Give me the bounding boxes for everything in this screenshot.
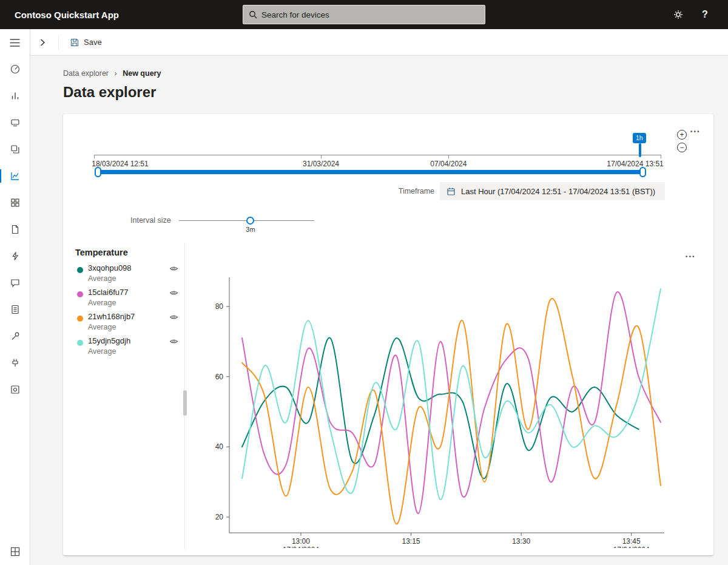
grid-icon [10, 197, 21, 208]
interval-size-value: 3m [243, 226, 258, 233]
legend-item: 3xqohpu098 Average [75, 262, 180, 286]
legend-metric: Average [88, 274, 116, 283]
series-color-dot [77, 316, 83, 322]
save-button[interactable]: Save [62, 29, 109, 56]
timeline: 18/03/2024 12:51 31/03/2024 07/04/2024 1… [94, 114, 661, 181]
sidebar-item-integrations[interactable] [0, 350, 30, 376]
timeframe-picker[interactable]: Last Hour (17/04/2024 12:51 - 17/04/2024… [440, 182, 665, 200]
more-icon: ••• [686, 254, 696, 260]
legend-device-name: 21wh168njb7 [88, 312, 135, 321]
legend-item: 15ydjn5gdjh Average [75, 335, 180, 359]
toggle-visibility-button[interactable] [169, 337, 178, 347]
svg-text:13:30: 13:30 [512, 537, 530, 546]
search-placeholder: Search for devices [261, 10, 329, 19]
plus-icon: + [679, 131, 684, 138]
devices-icon [10, 117, 21, 128]
chat-icon [10, 277, 21, 288]
legend-device-name: 3xqohpu098 [88, 263, 132, 272]
help-button[interactable]: ? [692, 0, 718, 29]
svg-text:20: 20 [215, 513, 224, 521]
device-search-input[interactable]: Search for devices [243, 5, 485, 24]
sidebar-item-application[interactable] [0, 376, 30, 403]
sidebar-item-messages[interactable] [0, 269, 30, 296]
toggle-visibility-button[interactable] [169, 313, 178, 322]
timeframe-value: Last Hour (17/04/2024 12:51 - 17/04/2024… [461, 187, 655, 196]
command-bar: Save [30, 29, 728, 56]
sidebar-item-forms[interactable] [0, 216, 30, 243]
calendar-icon [447, 187, 456, 196]
box-gear-icon [10, 384, 21, 395]
timeline-tick [321, 155, 322, 158]
expand-nav-button[interactable] [30, 29, 55, 56]
page-title: Data explorer [63, 84, 156, 101]
interval-slider-handle[interactable] [246, 217, 254, 225]
file-icon [10, 224, 21, 235]
breadcrumb-separator-icon: › [115, 69, 117, 78]
eye-icon [169, 289, 178, 296]
bar-chart-icon [10, 90, 21, 101]
legend-metric: Average [88, 347, 116, 356]
sidebar-item-audit-log[interactable] [0, 296, 30, 323]
timeline-tick [448, 155, 449, 158]
settings-button[interactable] [665, 0, 692, 29]
main-content: Data explorer › New query Data explorer … [30, 56, 728, 565]
eye-icon [169, 338, 178, 345]
sidebar-item-devices[interactable] [0, 109, 30, 136]
timeline-tick [661, 155, 661, 158]
hamburger-icon [10, 39, 20, 47]
svg-text:13:45: 13:45 [622, 537, 641, 546]
series-color-dot [77, 267, 83, 273]
sidebar-item-data-explorer[interactable] [0, 163, 30, 189]
sidebar-item-dashboard[interactable] [0, 56, 30, 83]
sidebar-item-tools[interactable] [0, 323, 30, 350]
zoom-window-badge[interactable]: 1h [633, 133, 646, 143]
timeline-label-start: 18/03/2024 12:51 [92, 160, 148, 168]
timeline-label-mid2: 07/04/2024 [430, 160, 467, 168]
svg-text:17/04/2024: 17/04/2024 [283, 546, 319, 548]
app-window: Contoso Quickstart App Search for device… [0, 0, 728, 565]
toggle-visibility-button[interactable] [169, 265, 178, 274]
top-app-bar: Contoso Quickstart App Search for device… [0, 0, 728, 29]
timeline-axis [94, 155, 661, 155]
eye-icon [169, 314, 178, 320]
minus-icon: − [679, 144, 684, 151]
timeframe-label: Timeframe [63, 187, 434, 195]
timeline-label-end: 17/04/2024 13:51 [607, 160, 663, 168]
legend-scrollbar[interactable] [183, 390, 187, 416]
toolbar-divider [58, 35, 59, 50]
time-range-track[interactable] [95, 170, 643, 174]
time-range-handle-start[interactable] [95, 167, 101, 177]
svg-text:13:15: 13:15 [402, 537, 420, 546]
help-icon: ? [702, 9, 708, 20]
breadcrumb: Data explorer › New query [63, 69, 161, 78]
svg-text:17/04/2024: 17/04/2024 [613, 546, 650, 548]
gauge-icon [10, 64, 21, 75]
sidebar-item-rules[interactable] [0, 243, 30, 269]
sidebar-item-dashboards[interactable] [0, 189, 30, 216]
timeline-tick [94, 155, 95, 158]
save-label: Save [84, 38, 102, 47]
device-groups-icon [10, 144, 21, 155]
legend-title: Temperature [75, 248, 128, 257]
nav-collapse-button[interactable] [0, 29, 30, 56]
app-launcher-button[interactable] [0, 538, 30, 565]
legend-device-name: 15clai6fu77 [88, 288, 129, 297]
toggle-visibility-button[interactable] [169, 289, 178, 298]
plug-icon [10, 357, 21, 368]
eye-icon [169, 265, 178, 272]
zoom-out-button[interactable]: − [677, 143, 687, 152]
chart-more-button[interactable]: ••• [686, 254, 696, 260]
breadcrumb-root[interactable]: Data explorer [63, 69, 109, 78]
svg-text:60: 60 [215, 373, 224, 381]
timeline-more-button[interactable]: ••• [690, 129, 701, 135]
timeline-label-mid1: 31/03/2024 [303, 160, 339, 168]
sidebar-item-device-groups[interactable] [0, 136, 30, 163]
left-nav [0, 29, 30, 565]
legend-item: 15clai6fu77 Average [75, 286, 180, 311]
sidebar-item-analytics[interactable] [0, 83, 30, 109]
zoom-in-button[interactable]: + [677, 130, 687, 140]
series-color-dot [77, 340, 83, 346]
wrench-icon [10, 331, 21, 342]
query-card: + − ••• 18/03/2024 12:51 31/03/2024 07/0… [63, 114, 713, 555]
time-range-handle-end[interactable] [639, 167, 646, 177]
